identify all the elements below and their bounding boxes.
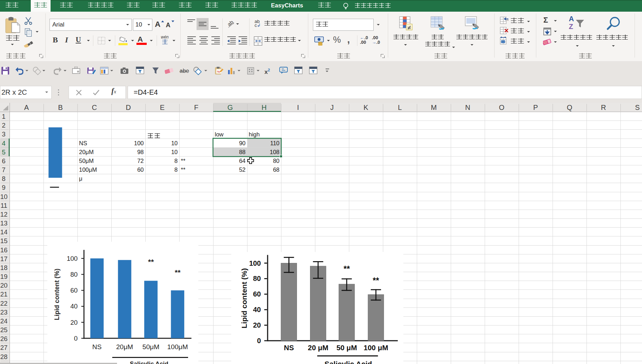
svg-text:22: 22 xyxy=(0,300,8,307)
svg-text:80: 80 xyxy=(70,270,78,278)
svg-text:68: 68 xyxy=(273,166,279,173)
svg-text:I: I xyxy=(297,104,299,111)
svg-text:20: 20 xyxy=(253,321,261,329)
svg-text:1: 1 xyxy=(2,113,5,120)
svg-text:**: ** xyxy=(148,258,154,266)
svg-text:17: 17 xyxy=(0,255,8,263)
svg-text:**: ** xyxy=(175,268,181,276)
svg-text:P: P xyxy=(533,104,538,111)
svg-text:23: 23 xyxy=(0,309,8,316)
svg-text:18: 18 xyxy=(0,264,8,271)
svg-text:**: ** xyxy=(373,276,379,285)
svg-text:13: 13 xyxy=(0,219,8,227)
svg-text:L: L xyxy=(398,104,402,111)
svg-text:low: low xyxy=(215,131,224,137)
svg-text:19: 19 xyxy=(0,273,8,280)
svg-text:M: M xyxy=(431,104,437,111)
svg-text:88: 88 xyxy=(239,149,245,155)
svg-text:8: 8 xyxy=(2,175,5,182)
svg-text:15: 15 xyxy=(0,237,8,245)
svg-text:NS: NS xyxy=(92,343,101,351)
svg-text:O: O xyxy=(499,104,504,111)
svg-text:50 μM: 50 μM xyxy=(337,344,357,352)
svg-text:%: % xyxy=(217,70,220,74)
svg-text:high: high xyxy=(249,131,260,137)
svg-text:16: 16 xyxy=(0,246,8,254)
svg-text:J: J xyxy=(330,104,334,111)
svg-text:64: 64 xyxy=(239,158,245,164)
svg-text:20μM: 20μM xyxy=(116,343,133,351)
svg-text:9: 9 xyxy=(2,184,5,191)
svg-text:3: 3 xyxy=(2,130,5,138)
svg-text:72: 72 xyxy=(137,158,144,164)
svg-text:80: 80 xyxy=(273,158,279,164)
svg-text:14: 14 xyxy=(0,228,8,236)
svg-text:**: ** xyxy=(181,166,186,173)
svg-text:NS: NS xyxy=(284,344,294,352)
svg-text:80: 80 xyxy=(253,275,261,282)
svg-text:0: 0 xyxy=(74,334,77,342)
svg-text:4: 4 xyxy=(2,140,5,147)
svg-text:Lipid content (%): Lipid content (%) xyxy=(240,268,248,328)
svg-text:21: 21 xyxy=(0,290,8,298)
svg-text:98: 98 xyxy=(137,149,144,155)
svg-text:20: 20 xyxy=(0,282,8,289)
svg-text:60: 60 xyxy=(253,290,261,298)
svg-text:8: 8 xyxy=(174,166,177,173)
svg-text:D: D xyxy=(126,104,131,111)
svg-text:Lipid content (%): Lipid content (%) xyxy=(53,269,60,320)
svg-text:100: 100 xyxy=(249,259,261,267)
svg-text:100: 100 xyxy=(67,254,78,262)
svg-text:20: 20 xyxy=(70,318,78,326)
svg-text:24: 24 xyxy=(0,317,8,325)
svg-text:25: 25 xyxy=(0,326,8,334)
svg-text:10: 10 xyxy=(0,193,8,200)
svg-text:52: 52 xyxy=(239,166,245,173)
svg-text:12: 12 xyxy=(0,211,8,218)
svg-text:10: 10 xyxy=(171,140,177,146)
svg-text:60: 60 xyxy=(137,166,144,173)
svg-text:20μM: 20μM xyxy=(79,149,94,155)
svg-text:Salicylic Acid: Salicylic Acid xyxy=(130,360,168,364)
svg-text:8: 8 xyxy=(174,158,177,164)
svg-text:100: 100 xyxy=(134,140,144,146)
svg-text:μ: μ xyxy=(79,175,83,182)
svg-text:7: 7 xyxy=(2,166,5,174)
svg-text:100μM: 100μM xyxy=(79,166,97,173)
svg-text:R: R xyxy=(601,104,606,111)
svg-text:Salicylic Acid: Salicylic Acid xyxy=(325,360,372,364)
svg-text:110: 110 xyxy=(270,140,279,146)
svg-text:S: S xyxy=(635,104,640,111)
svg-text:**: ** xyxy=(344,264,350,274)
svg-text:50μM: 50μM xyxy=(142,343,159,351)
svg-text:27: 27 xyxy=(0,344,8,351)
svg-text:K: K xyxy=(363,104,368,111)
svg-text:G: G xyxy=(227,104,233,111)
svg-text:28: 28 xyxy=(0,353,8,360)
svg-text:26: 26 xyxy=(0,335,8,342)
svg-text:10: 10 xyxy=(171,149,177,155)
svg-text:H: H xyxy=(262,104,267,111)
svg-text:2: 2 xyxy=(2,122,5,129)
svg-text:E: E xyxy=(160,104,164,111)
svg-text:108: 108 xyxy=(270,149,280,155)
svg-text:0: 0 xyxy=(257,337,261,345)
svg-text:11: 11 xyxy=(0,202,7,209)
svg-text:90: 90 xyxy=(239,140,245,146)
svg-text:A: A xyxy=(24,104,29,111)
svg-text:C: C xyxy=(92,104,97,111)
svg-text:Q: Q xyxy=(567,104,572,111)
svg-text:40: 40 xyxy=(70,303,78,310)
svg-text:B: B xyxy=(58,104,63,111)
svg-text:N: N xyxy=(465,104,470,111)
svg-text:NS: NS xyxy=(79,140,87,146)
svg-text:100 μM: 100 μM xyxy=(364,344,389,352)
svg-text:F: F xyxy=(194,104,198,111)
svg-text:60: 60 xyxy=(70,287,78,294)
svg-text:100μM: 100μM xyxy=(167,343,188,351)
svg-text:6: 6 xyxy=(2,157,5,165)
svg-text:5: 5 xyxy=(2,148,5,156)
svg-text:40: 40 xyxy=(253,306,261,313)
svg-text:50μM: 50μM xyxy=(79,158,94,164)
svg-text:**: ** xyxy=(181,158,186,164)
